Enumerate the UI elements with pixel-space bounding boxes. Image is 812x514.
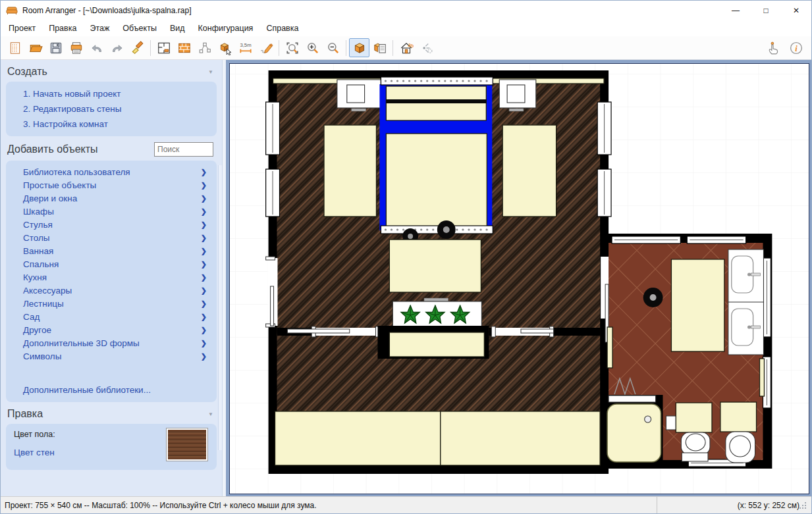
category-other[interactable]: Другое❯ xyxy=(6,323,217,336)
zoom-out-button[interactable] xyxy=(323,38,343,57)
window[interactable] xyxy=(687,236,745,244)
room-bathroom[interactable] xyxy=(601,234,772,469)
sink-cabinet[interactable] xyxy=(728,249,764,355)
open-button[interactable] xyxy=(25,38,45,57)
create-step-edit-walls[interactable]: 2. Редактировать стены xyxy=(6,101,217,116)
nightstand-right[interactable] xyxy=(499,80,536,111)
sidebar-scrollbar[interactable] xyxy=(218,165,222,450)
category-bathroom[interactable]: Ванная❯ xyxy=(6,244,217,257)
create-section-box: 1. Начать новый проект 2. Редактировать … xyxy=(6,82,217,136)
desk[interactable] xyxy=(389,240,481,292)
measure-button[interactable]: 3,5m xyxy=(235,38,256,57)
bed[interactable] xyxy=(379,77,493,234)
radiator[interactable] xyxy=(760,359,765,396)
window[interactable] xyxy=(763,258,771,337)
window[interactable] xyxy=(597,169,611,217)
wall-color-link[interactable]: Цвет стен xyxy=(14,448,55,457)
resize-grip[interactable] xyxy=(805,507,806,509)
category-user-library[interactable]: Библиотека пользователя❯ xyxy=(6,165,217,178)
category-simple-objects[interactable]: Простые объекты❯ xyxy=(6,178,217,192)
category-kitchen[interactable]: Кухня❯ xyxy=(6,270,217,284)
category-3d-shapes[interactable]: Дополнительные 3D формы❯ xyxy=(6,336,217,349)
category-accessories[interactable]: Аксессуары❯ xyxy=(6,284,217,297)
create-step-room-settings[interactable]: 3. Настройка комнат xyxy=(6,116,217,132)
canvas[interactable] xyxy=(229,63,809,494)
minimize-button[interactable]: — xyxy=(720,1,751,20)
cistern-box[interactable] xyxy=(666,416,676,430)
rug-right[interactable] xyxy=(502,125,556,217)
print-button[interactable] xyxy=(66,38,86,57)
category-wardrobes[interactable]: Шкафы❯ xyxy=(6,205,217,218)
plant-shelf[interactable] xyxy=(392,298,481,326)
redo-button[interactable] xyxy=(107,38,127,57)
window[interactable] xyxy=(612,236,680,244)
more-libraries-link[interactable]: Дополнительные библиотеки... xyxy=(6,382,217,398)
edit-section-title: Правка xyxy=(7,408,43,420)
dresser-alcove[interactable] xyxy=(377,326,489,359)
pencil-icon xyxy=(259,41,273,55)
bathtub-island[interactable] xyxy=(671,259,724,351)
menu-item-help[interactable]: Справка xyxy=(259,22,305,35)
add-object-button[interactable] xyxy=(215,38,235,57)
view-3d-button[interactable] xyxy=(349,38,369,57)
chevron-right-icon: ❯ xyxy=(201,339,207,347)
draw-button[interactable] xyxy=(256,38,276,57)
chevron-right-icon: ❯ xyxy=(201,168,207,176)
menu-item-objects[interactable]: Объекты xyxy=(116,22,163,35)
sliding-door xyxy=(287,329,349,333)
menu-item-edit[interactable]: Правка xyxy=(42,22,83,35)
chevron-right-icon: ❯ xyxy=(201,299,207,308)
maximize-button[interactable]: □ xyxy=(751,1,781,20)
nightstand-left[interactable] xyxy=(337,80,381,111)
category-stairs[interactable]: Лестницы❯ xyxy=(6,297,217,310)
window[interactable] xyxy=(597,102,611,155)
floor-drain[interactable] xyxy=(643,288,663,307)
undo-button[interactable] xyxy=(86,38,107,57)
walkthrough-button[interactable]: 3D xyxy=(396,38,416,57)
edit-rooms-button[interactable] xyxy=(153,38,174,57)
wardrobe-bottom-left[interactable] xyxy=(275,411,441,465)
close-button[interactable]: ✕ xyxy=(781,1,811,20)
chevron-right-icon: ❯ xyxy=(201,313,207,321)
edit-points-button[interactable] xyxy=(194,38,215,57)
floor-color-swatch[interactable] xyxy=(167,428,207,461)
chevron-right-icon: ❯ xyxy=(201,286,207,295)
edit-walls-button[interactable] xyxy=(174,38,194,57)
zoom-fit-button[interactable] xyxy=(282,38,302,57)
new-project-button[interactable] xyxy=(5,38,25,57)
room-bedroom[interactable] xyxy=(266,70,611,474)
rug-left[interactable] xyxy=(324,125,376,217)
menu-item-view[interactable]: Вид xyxy=(163,22,192,35)
window[interactable] xyxy=(266,102,280,155)
category-tables[interactable]: Столы❯ xyxy=(6,231,217,244)
category-garden[interactable]: Сад❯ xyxy=(6,310,217,323)
category-doors-windows[interactable]: Двери и окна❯ xyxy=(6,192,217,205)
light-settings-button[interactable] xyxy=(416,38,437,57)
save-button[interactable] xyxy=(45,38,66,57)
menu-item-project[interactable]: Проект xyxy=(2,22,42,35)
category-chairs[interactable]: Стулья❯ xyxy=(6,218,217,231)
menu-item-floor[interactable]: Этаж xyxy=(83,22,116,35)
search-input[interactable] xyxy=(154,142,213,157)
create-step-new-project[interactable]: 1. Начать новый проект xyxy=(6,86,217,101)
floor-plan[interactable] xyxy=(230,64,809,494)
wardrobe-bottom-right[interactable] xyxy=(441,411,600,465)
menu-item-configuration[interactable]: Конфигурация xyxy=(192,22,260,35)
category-symbols[interactable]: Символы❯ xyxy=(6,349,217,363)
toolbar-right-group: i xyxy=(763,38,806,57)
pointer-mode-button[interactable] xyxy=(763,38,783,57)
status-right-panel: (x: 552 y: 252 см) xyxy=(657,497,811,513)
title-bar: Room Arranger - [~\Downloads\julka-spaln… xyxy=(1,1,811,20)
svg-text:3,5m: 3,5m xyxy=(240,41,251,47)
collapse-icon[interactable]: ▼ xyxy=(208,69,213,75)
collapse-icon[interactable]: ▼ xyxy=(208,411,213,417)
chevron-right-icon: ❯ xyxy=(201,181,207,190)
view-3d-list-button[interactable] xyxy=(369,38,390,57)
about-button[interactable]: i xyxy=(786,38,806,57)
category-bedroom[interactable]: Спальня❯ xyxy=(6,257,217,270)
paint-button[interactable] xyxy=(127,38,148,57)
zoom-in-button[interactable] xyxy=(302,38,323,57)
shower[interactable] xyxy=(604,395,663,464)
radiator[interactable] xyxy=(607,327,612,368)
window[interactable] xyxy=(266,169,280,217)
